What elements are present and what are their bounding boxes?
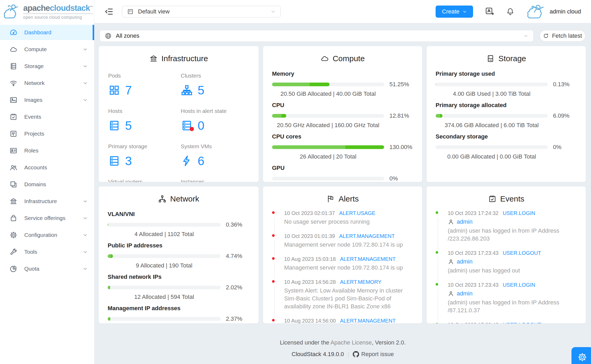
alert-marker-icon (272, 234, 275, 237)
stat-instances[interactable]: Instances 12 (181, 179, 253, 182)
alert-type-link[interactable]: ALERT.MANAGEMENT (340, 256, 396, 262)
metric-shared-ip: Shared network IPs 2.02% 12 Allocated | … (108, 274, 250, 300)
database-icon (9, 62, 17, 70)
user-icon (448, 258, 454, 265)
event-item: 10 Oct 2023 17:24:32USER.LOGIN admin (ad… (436, 210, 578, 243)
chevron-down-icon (523, 33, 528, 39)
sidebar-item-images[interactable]: Images (0, 92, 94, 108)
dashboard-icon (9, 28, 17, 36)
event-type-link[interactable]: USER.LOGIN (503, 282, 535, 288)
cluster-icon (181, 84, 193, 96)
stat-pods[interactable]: Pods 7 (108, 73, 181, 97)
main-area: Default view Create admin cloud (94, 0, 591, 364)
chevron-down-icon (83, 232, 88, 238)
sidebar-item-infrastructure[interactable]: Infrastructure (0, 194, 94, 209)
sidebar-item-configuration[interactable]: Configuration (0, 227, 94, 243)
event-type-link[interactable]: USER.LOGOUT (503, 322, 541, 323)
stat-number: 7 (125, 83, 132, 97)
license-line: Licensed under the Apache License, Versi… (94, 339, 591, 346)
stat-system-vms[interactable]: System VMs 6 (181, 143, 253, 168)
stat-primary-storage[interactable]: Primary storage 3 (108, 143, 181, 168)
server-alert-icon (181, 119, 193, 132)
wifi-icon (9, 79, 17, 87)
footer: Licensed under the Apache License, Versi… (94, 339, 591, 358)
alert-dot (190, 127, 194, 131)
alert-type-link[interactable]: ALERT.USAGE (339, 210, 375, 216)
progress-bar (108, 254, 221, 258)
event-type-link[interactable]: USER.LOGIN (503, 210, 535, 216)
translate-icon[interactable] (485, 7, 495, 17)
event-marker-icon (436, 283, 438, 286)
progress-bar (272, 114, 384, 118)
sidebar-item-projects[interactable]: Projects (0, 126, 94, 141)
sidebar-collapse-icon[interactable] (104, 7, 114, 16)
sidebar-item-accounts[interactable]: Accounts (0, 160, 94, 175)
progress-bar (108, 317, 221, 321)
chevron-down-icon (83, 215, 88, 221)
alert-type-link[interactable]: ALERT.MANAGEMENT (339, 233, 395, 239)
globe-icon (105, 32, 112, 39)
event-item: 10 Oct 2023 17:22:42USER.LOGOUT (436, 322, 578, 323)
create-button[interactable]: Create (436, 6, 473, 18)
chevron-down-icon (83, 249, 88, 255)
sidebar-item-domains[interactable]: Domains (0, 177, 94, 192)
flag-icon (326, 195, 335, 203)
stat-clusters[interactable]: Clusters 5 (181, 73, 253, 97)
stat-hosts[interactable]: Hosts 5 (108, 108, 181, 133)
apache-license-link[interactable]: Apache License (331, 339, 372, 346)
bank-icon (149, 54, 158, 63)
sidebar-item-events[interactable]: Events (0, 109, 94, 124)
user-icon (448, 290, 454, 297)
progress-bar (272, 145, 384, 149)
schedule-icon (9, 113, 17, 121)
alerts-card: Alerts 10 Oct 2023 02:01:37ALERT.USAGE N… (263, 186, 422, 323)
username[interactable]: admin cloud (550, 8, 581, 15)
report-issue-link[interactable]: Report issue (353, 351, 394, 358)
sidebar-menu: Dashboard Compute Storage (0, 23, 94, 276)
events-card: Events 10 Oct 2023 17:24:32USER.LOGIN ad… (427, 186, 586, 323)
alert-type-link[interactable]: ALERT.MANAGEMENT (340, 318, 396, 323)
user-avatar[interactable] (524, 4, 547, 20)
sidebar-item-compute[interactable]: Compute (0, 42, 94, 57)
bell-icon[interactable] (505, 7, 515, 17)
view-selector[interactable]: Default view (122, 6, 281, 17)
logo-title: apachecloudstack™ (23, 4, 93, 12)
chevron-down-icon (463, 9, 467, 14)
bank-icon (9, 197, 17, 205)
alert-type-link[interactable]: ALERT.MEMORY (340, 279, 382, 285)
sidebar-item-quota[interactable]: Quota (0, 261, 94, 276)
progress-bar (272, 177, 384, 180)
event-user-link[interactable]: admin (457, 218, 473, 225)
idcard-icon (9, 147, 17, 155)
card-title: Storage (427, 54, 586, 63)
events-list: 10 Oct 2023 17:24:32USER.LOGIN admin (ad… (427, 203, 586, 323)
sidebar-item-tools[interactable]: Tools (0, 244, 94, 260)
alert-item: 10 Aug 2023 14:56:00ALERT.MANAGEMENT (272, 318, 414, 323)
stat-hosts-alert[interactable]: Hosts in alert state 0 (181, 108, 253, 133)
sidebar-item-roles[interactable]: Roles (0, 143, 94, 158)
schedule-icon (488, 195, 497, 203)
fetch-latest-button[interactable]: Fetch latest (540, 30, 585, 42)
gear-icon (9, 231, 17, 239)
alert-marker-icon (272, 211, 275, 214)
event-marker-icon (436, 251, 438, 254)
event-user-link[interactable]: admin (457, 258, 473, 265)
storage-card: Storage Primary storage used 0.13% 4.00 … (427, 46, 586, 182)
sidebar-item-service-offerings[interactable]: Service offerings (0, 210, 94, 226)
alert-item: 10 Aug 2023 15:03:18ALERT.MANAGEMENT Man… (272, 256, 414, 272)
alert-marker-icon (272, 319, 275, 322)
stat-virtual-routers[interactable]: Virtual routers 6 (108, 179, 181, 182)
event-type-link[interactable]: USER.LOGOUT (503, 250, 541, 256)
zone-selector[interactable]: All zones (100, 30, 533, 42)
progress-bar (108, 286, 221, 289)
sidebar-item-network[interactable]: Network (0, 75, 94, 91)
alert-item: 10 Oct 2023 02:01:37ALERT.USAGE No usage… (272, 210, 414, 226)
settings-fab-button[interactable] (571, 347, 591, 364)
chevron-down-icon (83, 97, 88, 103)
sidebar-item-storage[interactable]: Storage (0, 59, 94, 74)
metric-public-ip: Public IP addresses 4.74% 9 Allocated | … (108, 242, 250, 269)
progress-bar (436, 83, 548, 86)
sidebar-item-dashboard[interactable]: Dashboard (0, 25, 94, 40)
refresh-icon (543, 33, 549, 39)
event-user-link[interactable]: admin (457, 290, 473, 297)
